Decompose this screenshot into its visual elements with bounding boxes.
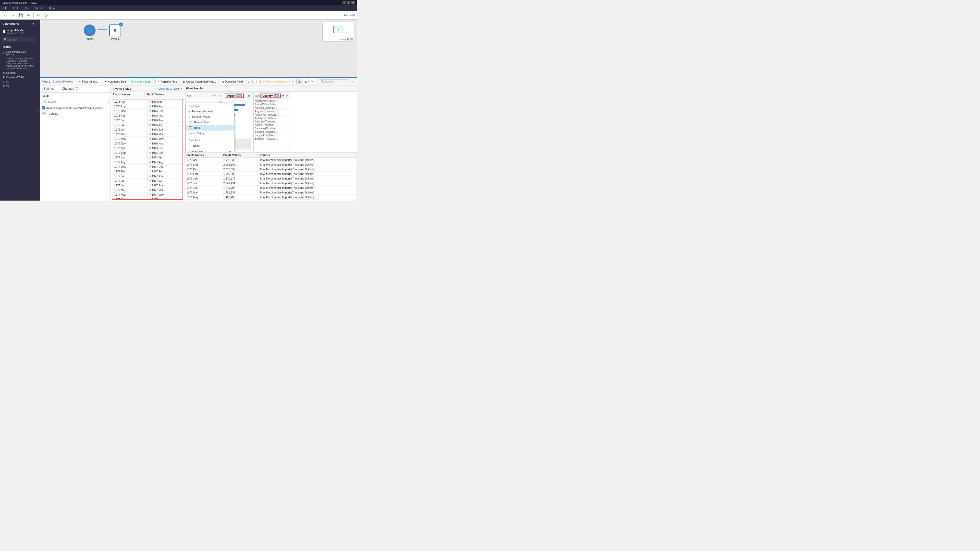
country-val[interactable]: Belgium(Thousand ... [255,137,289,140]
save-button[interactable]: 💾 [18,12,24,18]
menu-server[interactable]: Server [34,6,44,10]
dtype-number-decimal[interactable]: # Number (decimal) [186,108,217,114]
menu-help[interactable]: Help [48,6,56,10]
country-val[interactable]: Anguilla(Thousand ... [255,110,289,113]
menu-edit[interactable]: Edit [12,6,19,10]
pivot-cell[interactable]: 1976 Nov [112,141,147,146]
pivot-val-cell[interactable]: # 1976 Jan [148,118,183,123]
add-connection-button[interactable]: + [32,22,35,26]
dtype-date-time[interactable]: 🕐 Date & Time [186,119,217,125]
pivot-cell[interactable]: 1977 Jan [112,174,147,178]
country-flag-btn[interactable]: ⚑ [282,94,285,98]
pivot-val-cell[interactable]: # 1976 Aug [148,104,183,109]
pivot-cell[interactable]: 1976 Jul [112,123,147,127]
refresh-button[interactable]: ↻ [35,12,41,18]
dtype-number-whole[interactable]: # Number (whole) [186,114,217,119]
minimize-btn[interactable]: ─ [342,1,346,5]
country-val[interactable]: Asia(Million Dollars) [255,117,289,120]
search-box[interactable]: 🔍 Search [319,79,348,84]
pivot-cell[interactable]: 1976 May [112,137,147,141]
auto-rename-checkbox[interactable] [41,106,45,110]
pivot-val-cell[interactable]: # 1977 Apr [148,155,183,160]
toggle-sidebar-button[interactable]: ‹ [37,20,40,200]
alerts-button[interactable]: Alerts (0) [344,14,355,17]
pivot-cell[interactable]: 1976 Aug [112,104,147,109]
dtype-date[interactable]: 📅 Date [186,125,217,130]
rename-field-button[interactable]: ✎ Rename Field [155,79,180,84]
connection-item[interactable]: 📄 outputFile.xlsx Microsoft Excel [0,28,37,35]
country-val[interactable]: Bahrain(Thousand ... [255,130,289,134]
copy-button[interactable]: ⧉ [25,12,31,18]
pivot-val-cell[interactable]: # 1977 Nov [148,197,183,199]
create-calc-field-button[interactable]: ⊞ Create Calculated Field... [181,79,219,84]
pivot-cell[interactable]: 1976 Sep [112,151,147,155]
sidebar-item-t2[interactable]: ⊞ T2 [0,84,37,89]
field-search-box[interactable]: 🔍 [41,99,108,104]
mini-preview-controls[interactable]: ⤢ − + 100% [323,37,354,41]
country-val[interactable]: America(Million Do... [255,106,289,110]
pivot-val-cell[interactable]: # 1976 Jul [148,123,183,127]
import-col-settings-btn[interactable]: ⚙ [247,94,251,98]
pivot-cell[interactable]: 1977 Jul [112,178,147,183]
pivot-cell[interactable]: 1976 Oct [112,146,147,151]
pivot-val-cell[interactable]: # 1976 Jun [148,127,183,132]
pivot-cell[interactable]: 1977 Feb [112,169,147,174]
pivot-val-cell[interactable]: # 1977 May [148,192,183,197]
duplicate-field-button[interactable]: ⧉ Duplicate Field [220,79,245,84]
pivot-val-cell[interactable]: # 1977 Feb [148,169,183,174]
sidebar-search-input[interactable] [8,38,33,41]
custom-split-button[interactable]: ⊢ Custom Split... [129,79,154,84]
pivot-cell[interactable]: 1977 May [112,192,147,197]
add-step-button[interactable]: + [119,22,123,27]
more-button[interactable]: ... [246,79,253,84]
list-view-button[interactable]: ☰ [303,79,309,84]
country-val[interactable]: Afghanistan(Thous... [255,99,289,103]
pivot-val-cell[interactable]: # 1976 Sep [148,151,183,155]
pivot-val-cell[interactable]: # 1976 Dec [148,109,183,113]
pivot-cell[interactable]: 1976 Jun [112,127,147,132]
recommendations-button[interactable]: 💡 6 Recommendations ▾ [256,79,293,84]
window-controls[interactable]: ─ □ ✕ [342,1,355,5]
pivot-cell[interactable]: 1977 Aug [112,160,147,165]
pivot-val-cell[interactable]: # 1977 Aug [148,160,183,165]
add-pivot-button[interactable]: + [178,92,184,98]
pivot-val-cell[interactable]: # 1977 Jul [148,178,183,183]
country-val[interactable]: Argentina(Thousan... [255,113,289,117]
sidebar-search-box[interactable]: 🔍 [2,37,35,42]
flow-node-pivot[interactable]: ⊞ + Pivot 1 [109,24,121,40]
auto-rename-row[interactable]: Automatically rename pivoted fields and … [41,106,108,110]
country-val[interactable]: Africa(Million Dolla... [255,103,289,106]
pivot-val-cell[interactable]: # 1976 Nov [148,141,183,146]
pivot-cell[interactable]: 1976 Feb [112,113,147,118]
pivot-val-cell[interactable]: # 1976 May [148,137,183,141]
pivot-val-cell[interactable]: # 1977 Jan [148,174,183,178]
country-settings-btn[interactable]: ⚙ [285,94,288,98]
col-settings-btn[interactable]: ⚙ [212,94,215,97]
back-button[interactable]: ← [2,12,8,18]
country-val[interactable]: Bangladesh(Thous... [255,134,289,137]
maximize-btn[interactable]: □ [347,1,350,5]
dtype-string[interactable]: ✓ Abc String [186,130,217,136]
pivot-cell[interactable]: 1976 Jan [112,118,147,123]
filter-values-button[interactable]: ▽ Filter Values... [77,79,102,84]
expand-preview-btn[interactable]: ⤢ [338,38,341,41]
pivot-cell[interactable]: 1977 Apr [112,155,147,160]
run-button[interactable]: ▷ [43,12,49,18]
pivot-val-cell[interactable]: # 1976 Mar [148,132,183,137]
pivot-val-cell[interactable]: # 1976 Feb [148,113,183,118]
flow-node-import[interactable]: 🌐 Import [84,24,95,40]
tab-settings[interactable]: Settings [40,86,58,92]
grid-view-button[interactable]: ⊞ [296,79,302,84]
pivot-cell[interactable]: 1976 Apr [112,99,147,104]
close-btn[interactable]: ✕ [351,1,355,5]
pivot-cell[interactable]: 1977 Jun [112,183,147,188]
sidebar-item-content-c7[interactable]: ⊞ Content C7:E8 [0,75,37,79]
tab-changes[interactable]: Changes (4) [58,86,82,92]
pivot-cell[interactable]: 1977 Mar [112,188,147,192]
pivot-cell[interactable]: 1977 Nov [112,197,147,199]
sidebar-item-content[interactable]: ⊞ Content [0,70,37,75]
pivot-val-cell[interactable]: # 1976 Apr [148,99,183,104]
zoom-minus[interactable]: − [342,38,344,41]
pivot-cell[interactable]: 1977 Dec [112,165,147,169]
pivot-cell[interactable]: 1976 Mar [112,132,147,137]
